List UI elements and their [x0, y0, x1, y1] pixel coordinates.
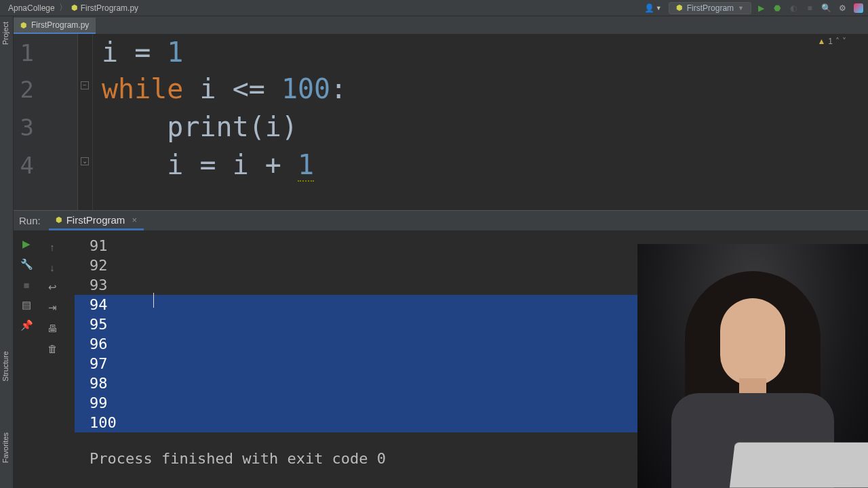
chevron-down-icon: ▼ — [738, 5, 744, 12]
code-line-3: print(i) — [102, 111, 298, 142]
warning-count: 1 — [828, 37, 833, 46]
breadcrumb-file-label: FirstProgram.py — [81, 3, 138, 13]
wrench-icon[interactable]: 🔧 — [20, 258, 33, 271]
breadcrumb: ApnaCollege 〉 ⬢ FirstProgram.py — [0, 2, 141, 14]
soft-wrap-button[interactable]: ↩ — [45, 281, 59, 294]
run-header-label: Run: — [19, 215, 41, 226]
sidebar-favorites[interactable]: Favorites — [0, 430, 11, 466]
run-tab[interactable]: ⬢ FirstProgram × — [49, 211, 144, 230]
user-icon: 👤 — [644, 3, 654, 13]
scroll-to-end-button[interactable]: ⇥ — [45, 301, 59, 314]
webcam-overlay — [637, 244, 868, 488]
breadcrumb-file[interactable]: ⬢ FirstProgram.py — [68, 3, 141, 13]
up-arrow-icon[interactable]: ↑ — [45, 240, 59, 253]
text-cursor — [153, 293, 154, 308]
search-button[interactable]: 🔍 — [819, 1, 833, 15]
settings-button[interactable]: ⚙ — [835, 1, 849, 15]
fold-strip: − ⌄ — [78, 34, 93, 210]
top-toolbar: ApnaCollege 〉 ⬢ FirstProgram.py 👤▼ ⬢ Fir… — [0, 0, 868, 16]
laptop-prop — [730, 443, 868, 488]
warning-icon: ▲ — [817, 37, 825, 46]
print-button[interactable]: 🖶 — [45, 321, 59, 335]
chevron-right-icon: 〉 — [59, 2, 67, 14]
code-line-4: i = i + 1 — [102, 149, 314, 180]
run-config-label: FirstProgram — [687, 3, 734, 13]
line-number: 2 — [14, 76, 34, 103]
editor-tab-label: FirstProgram.py — [31, 20, 89, 30]
inspection-widget[interactable]: ▲ 1 ˄ ˅ — [817, 37, 846, 46]
breadcrumb-project[interactable]: ApnaCollege — [5, 3, 58, 13]
chevron-up-icon[interactable]: ˄ — [835, 37, 840, 46]
fold-start-icon[interactable]: − — [81, 81, 89, 89]
run-tool-column-b: ↑ ↓ ↩ ⇥ 🖶 🗑 — [39, 230, 65, 488]
top-right-controls: 👤▼ ⬢ FirstProgram ▼ ▶ ⬣ ◐ ■ 🔍 ⚙ — [640, 1, 868, 15]
run-button[interactable]: ▶ — [754, 1, 768, 15]
run-config-selector[interactable]: ⬢ FirstProgram ▼ — [669, 2, 751, 14]
coverage-button[interactable]: ◐ — [787, 1, 800, 15]
fold-end-icon[interactable]: ⌄ — [81, 157, 89, 165]
code-editor[interactable]: 1 2 3 4 − ⌄ i = 1 while i <= 100: print(… — [14, 34, 868, 210]
stop-button[interactable]: ■ — [803, 1, 816, 15]
sidebar-project[interactable]: Project — [0, 19, 11, 47]
editor-gutter: 1 2 3 4 — [14, 34, 78, 210]
chevron-down-icon: ▼ — [656, 5, 662, 12]
sidebar-structure[interactable]: Structure — [0, 348, 11, 384]
code-line-1: i = 1 — [102, 37, 183, 68]
close-icon[interactable]: × — [129, 215, 137, 225]
python-file-icon: ⬢ — [71, 3, 78, 12]
left-sidebar: Project Structure Favorites — [0, 16, 14, 488]
python-file-icon: ⬢ — [20, 21, 27, 30]
layout-button[interactable]: ▤ — [20, 298, 33, 312]
line-number: 1 — [14, 39, 34, 66]
code-line-2: while i <= 100: — [102, 73, 347, 104]
python-run-icon: ⬢ — [676, 3, 683, 12]
user-menu-button[interactable]: 👤▼ — [640, 2, 666, 14]
avatar-button[interactable] — [852, 1, 865, 15]
editor-tab-bar: ⬢ FirstProgram.py — [0, 16, 868, 34]
pin-button[interactable]: 📌 — [20, 319, 33, 332]
clear-button[interactable]: 🗑 — [45, 342, 59, 355]
chevron-down-icon[interactable]: ˅ — [842, 37, 846, 46]
rerun-button[interactable]: ▶ — [20, 237, 33, 251]
editor-tab[interactable]: ⬢ FirstProgram.py — [14, 18, 96, 34]
avatar-icon — [854, 3, 863, 13]
run-tab-label: FirstProgram — [66, 214, 125, 226]
line-number: 3 — [14, 114, 34, 141]
line-number: 4 — [14, 152, 34, 179]
debug-button[interactable]: ⬣ — [770, 1, 784, 15]
python-run-icon: ⬢ — [56, 216, 62, 224]
down-arrow-icon[interactable]: ↓ — [45, 260, 59, 274]
stop-button[interactable]: ■ — [20, 278, 33, 291]
run-tool-column-a: ▶ 🔧 ■ ▤ 📌 — [14, 230, 39, 488]
run-tool-header: Run: ⬢ FirstProgram × — [14, 210, 868, 230]
